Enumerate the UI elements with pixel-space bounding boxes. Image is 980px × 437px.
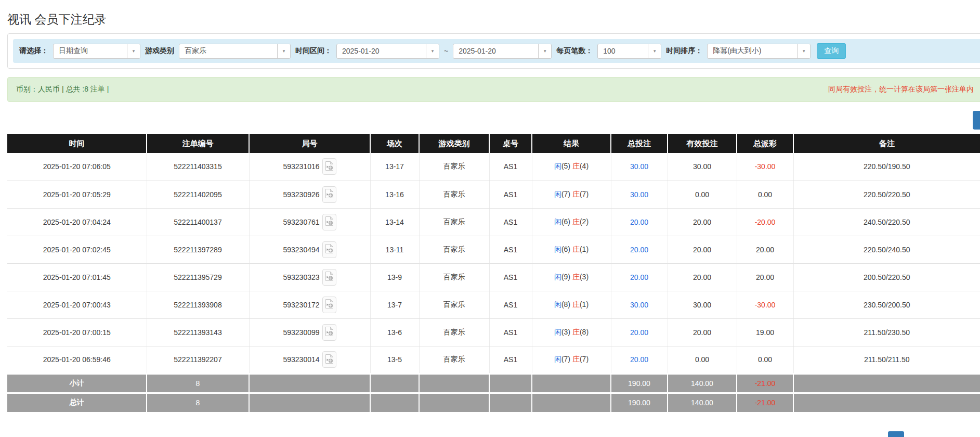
session-cell: 13-6 [370,318,419,346]
table-row: 2025-01-20 06:59:46 522211392207 5932300… [7,346,980,374]
bet-records-table: 时间 注单编号 局号 场次 游戏类别 桌号 结果 总投注 有效投注 总派彩 备注… [7,134,980,412]
total-bet-cell: 30.00 [611,181,668,208]
search-button[interactable]: 查询 [817,43,846,59]
total-bet-link[interactable]: 20.00 [630,246,648,254]
total-bet-link[interactable]: 20.00 [630,218,648,226]
chevron-down-icon: ▾ [648,44,661,58]
video-replay-button[interactable] [322,241,336,258]
time-cell: 2025-01-20 07:05:29 [7,181,147,208]
date-from-select[interactable]: 2025-01-20 ▾ [336,44,439,59]
valid-bet-cell: 0.00 [668,346,737,374]
total-bet-link[interactable]: 20.00 [630,355,648,364]
total-payout: -21.00 [737,393,793,412]
valid-bet-rule-text: 同局有效投注，统一计算在该局第一张注单内 [828,85,980,94]
query-type-value: 日期查询 [54,46,127,56]
total-count: 8 [147,393,249,412]
game-type-cell: 百家乐 [419,346,489,374]
table-no-cell: AS1 [489,181,532,208]
video-replay-icon [325,326,334,338]
chevron-down-icon: ▾ [127,44,140,58]
round-id: 593230172 [283,301,319,309]
result-banker: 庄 [572,273,580,281]
date-from-value: 2025-01-20 [337,47,426,55]
table-row: 2025-01-20 07:04:24 522211400137 5932307… [7,208,980,236]
session-cell: 13-17 [370,153,419,181]
table-no-cell: AS1 [489,346,532,374]
query-type-select[interactable]: 日期查询 ▾ [53,44,140,59]
result-banker-score: (1) [580,245,589,253]
game-type-label: 游戏类别 [145,46,174,56]
total-bet-link[interactable]: 30.00 [630,162,648,171]
payout-cell: 20.00 [737,263,793,291]
chevron-down-icon: ▾ [426,44,439,58]
col-header-total-bet: 总投注 [611,134,668,153]
select-type-label: 请选择： [19,46,48,56]
time-cell: 2025-01-20 07:00:43 [7,291,147,318]
video-replay-icon [325,216,334,228]
result-player: 闲 [554,162,561,170]
currency-total-text: 币别：人民币 | 总共 :8 注单 | [16,85,109,94]
time-cell: 2025-01-20 07:00:15 [7,318,147,346]
time-sort-select[interactable]: 降冪(由大到小) ▾ [707,44,811,59]
pagination-partial-button[interactable] [888,431,904,437]
total-bet-link[interactable]: 30.00 [630,190,648,199]
result-banker-score: (3) [580,273,589,281]
total-bet-link[interactable]: 20.00 [630,328,648,337]
date-to-select[interactable]: 2025-01-20 ▾ [453,44,552,59]
valid-bet-cell: 30.00 [668,291,737,318]
subtotal-valid-bet: 140.00 [668,374,737,393]
summary-notice-bar: 币别：人民币 | 总共 :8 注单 | 同局有效投注，统一计算在该局第一张注单内 [7,77,980,102]
page-size-value: 100 [598,47,648,55]
total-bet-link[interactable]: 20.00 [630,273,648,281]
total-total-bet: 190.00 [611,393,668,412]
table-no-cell: AS1 [489,318,532,346]
video-replay-button[interactable] [322,269,336,286]
session-cell: 13-7 [370,291,419,318]
video-replay-button[interactable] [322,351,336,368]
result-cell: 闲(5) 庄(4) [532,153,611,181]
game-type-select[interactable]: 百家乐 ▾ [179,44,291,59]
result-player-score: (8) [561,300,570,309]
video-replay-button[interactable] [322,214,336,230]
subtotal-row: 小计 8 190.00 140.00 -21.00 [7,374,980,393]
table-no-cell: AS1 [489,153,532,181]
game-type-cell: 百家乐 [419,236,489,263]
video-replay-button[interactable] [322,324,336,341]
table-row: 2025-01-20 07:00:43 522211393908 5932301… [7,291,980,318]
bet-id-cell: 522211403315 [147,153,249,181]
right-edge-partial-button[interactable] [973,111,980,130]
result-player-score: (6) [561,217,570,226]
filter-panel: 请选择： 日期查询 ▾ 游戏类别 百家乐 ▾ 时间区间： 2025-01-20 … [7,33,980,69]
table-header-row: 时间 注单编号 局号 场次 游戏类别 桌号 结果 总投注 有效投注 总派彩 备注 [7,134,980,153]
result-banker-score: (2) [580,217,589,226]
time-cell: 2025-01-20 06:59:46 [7,346,147,374]
valid-bet-cell: 30.00 [668,153,737,181]
video-replay-icon [325,243,334,255]
result-player: 闲 [554,273,561,281]
table-row: 2025-01-20 07:02:45 522211397289 5932304… [7,236,980,263]
time-cell: 2025-01-20 07:02:45 [7,236,147,263]
round-id: 593230494 [283,246,319,254]
bet-id-cell: 522211393143 [147,318,249,346]
total-bet-cell: 30.00 [611,291,668,318]
result-player-score: (7) [561,355,570,363]
page-size-select[interactable]: 100 ▾ [597,44,661,59]
video-replay-button[interactable] [322,158,336,175]
total-bet-cell: 20.00 [611,208,668,236]
table-no-cell: AS1 [489,208,532,236]
video-replay-button[interactable] [322,297,336,313]
total-bet-link[interactable]: 30.00 [630,301,648,309]
result-banker: 庄 [572,245,580,253]
remark-cell: 220.50/240.50 [793,236,980,263]
video-replay-button[interactable] [322,186,336,203]
filter-bar: 请选择： 日期查询 ▾ 游戏类别 百家乐 ▾ 时间区间： 2025-01-20 … [13,39,980,63]
col-header-bet-id: 注单编号 [147,134,249,153]
result-cell: 闲(9) 庄(3) [532,263,611,291]
round-id: 593230761 [283,218,319,226]
result-cell: 闲(6) 庄(2) [532,208,611,236]
table-row: 2025-01-20 07:06:05 522211403315 5932310… [7,153,980,181]
payout-cell: -20.00 [737,208,793,236]
result-player-score: (7) [561,190,570,198]
valid-bet-cell: 0.00 [668,181,737,208]
game-type-cell: 百家乐 [419,153,489,181]
